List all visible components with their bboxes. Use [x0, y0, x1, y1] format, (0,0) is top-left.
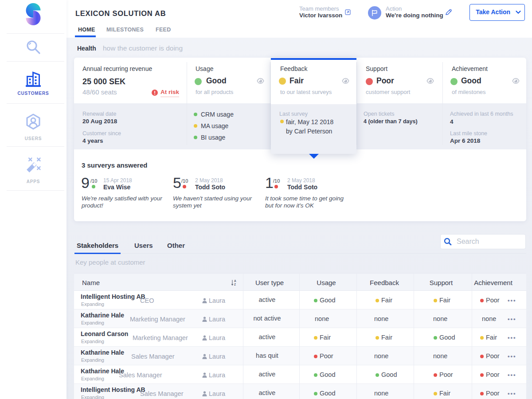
- svg-text:Z: Z: [234, 283, 236, 286]
- svg-text:A: A: [234, 279, 236, 282]
